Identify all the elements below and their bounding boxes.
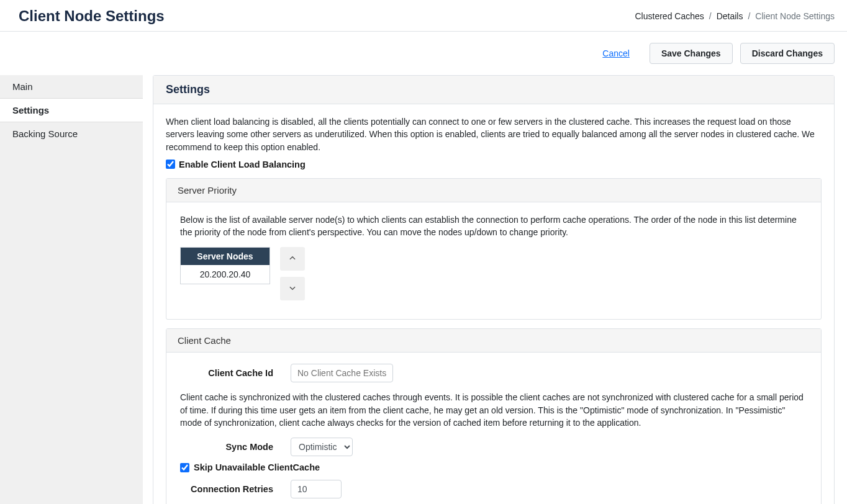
breadcrumb-clustered-caches[interactable]: Clustered Caches	[635, 11, 704, 21]
load-balancing-help-text: When client load balancing is disabled, …	[166, 115, 822, 153]
breadcrumb-current: Client Node Settings	[755, 11, 835, 21]
server-node-row[interactable]: 20.200.20.40	[181, 265, 270, 284]
sidebar-item-backing-source[interactable]: Backing Source	[0, 122, 143, 145]
sync-mode-label: Sync Mode	[180, 442, 273, 452]
client-cache-id-input[interactable]	[291, 364, 393, 382]
connection-retries-label: Connection Retries	[180, 484, 273, 494]
move-up-button[interactable]	[280, 247, 305, 271]
skip-unavailable-label[interactable]: Skip Unavailable ClientCache	[194, 462, 320, 472]
enable-load-balancing-checkbox[interactable]	[166, 160, 175, 169]
enable-load-balancing-label[interactable]: Enable Client Load Balancing	[179, 160, 306, 169]
client-cache-id-label: Client Cache Id	[180, 368, 273, 378]
save-changes-button[interactable]: Save Changes	[650, 43, 733, 64]
server-nodes-table: Server Nodes 20.200.20.40	[180, 247, 270, 284]
sidebar-item-settings[interactable]: Settings	[0, 98, 143, 122]
move-down-button[interactable]	[280, 277, 305, 300]
connection-retries-input[interactable]	[291, 480, 342, 498]
chevron-up-icon	[288, 254, 297, 264]
server-nodes-table-header: Server Nodes	[181, 248, 270, 265]
server-priority-help-text: Below is the list of available server no…	[180, 214, 807, 239]
discard-changes-button[interactable]: Discard Changes	[740, 43, 835, 64]
breadcrumb-details[interactable]: Details	[717, 11, 743, 21]
sidebar: Main Settings Backing Source	[0, 75, 143, 504]
breadcrumb-separator: /	[709, 11, 712, 21]
sync-mode-help-text: Client cache is synchronized with the cl…	[180, 391, 807, 429]
breadcrumb: Clustered Caches / Details / Client Node…	[635, 11, 835, 21]
settings-panel-header: Settings	[153, 76, 834, 104]
client-cache-header: Client Cache	[166, 329, 821, 353]
breadcrumb-separator: /	[748, 11, 750, 21]
server-priority-header: Server Priority	[166, 179, 821, 202]
sidebar-item-main[interactable]: Main	[0, 75, 143, 98]
chevron-down-icon	[288, 284, 297, 294]
sync-mode-select[interactable]: Optimistic Pessimistic	[291, 438, 353, 456]
skip-unavailable-checkbox[interactable]	[180, 463, 189, 472]
cancel-link[interactable]: Cancel	[602, 48, 630, 58]
page-title: Client Node Settings	[19, 7, 165, 25]
